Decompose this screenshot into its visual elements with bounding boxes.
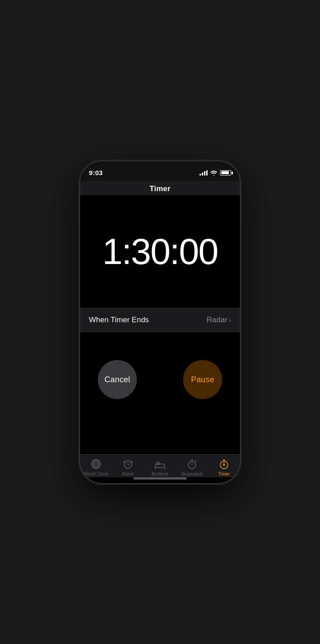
main-content: 1:30:00 When Timer Ends Radar › Cancel P… bbox=[80, 195, 240, 454]
world-clock-label: World Clock bbox=[84, 472, 108, 476]
world-clock-icon bbox=[90, 458, 102, 470]
home-indicator bbox=[80, 477, 240, 483]
bottom-spacer bbox=[80, 428, 240, 454]
tab-alarm[interactable]: Alarm bbox=[115, 458, 141, 476]
tab-stopwatch[interactable]: Stopwatch bbox=[179, 458, 205, 476]
timer-time: 1:30:00 bbox=[102, 233, 218, 270]
battery-icon bbox=[220, 170, 231, 176]
stopwatch-label: Stopwatch bbox=[181, 472, 203, 476]
home-bar bbox=[133, 477, 187, 480]
status-icons bbox=[200, 170, 231, 176]
alarm-label: Alarm bbox=[122, 472, 134, 476]
notch bbox=[129, 161, 191, 174]
phone-frame: 9:03 Timer 1:30:00 When Timer E bbox=[80, 161, 240, 483]
stopwatch-icon bbox=[186, 458, 198, 470]
when-timer-value[interactable]: Radar › bbox=[207, 316, 231, 324]
svg-rect-9 bbox=[156, 462, 160, 464]
bedtime-icon bbox=[154, 458, 166, 470]
timer-display: 1:30:00 bbox=[80, 195, 240, 308]
when-timer-ends-row[interactable]: When Timer Ends Radar › bbox=[80, 308, 240, 332]
cancel-button[interactable]: Cancel bbox=[98, 360, 137, 399]
tab-bar: World Clock Alarm bbox=[80, 454, 240, 477]
buttons-area: Cancel Pause bbox=[80, 332, 240, 428]
tab-world-clock[interactable]: World Clock bbox=[83, 458, 109, 476]
tab-timer[interactable]: Timer bbox=[211, 458, 237, 476]
timer-icon bbox=[218, 458, 230, 470]
tab-bedtime[interactable]: Bedtime bbox=[147, 458, 173, 476]
chevron-right-icon: › bbox=[229, 316, 231, 324]
when-timer-label: When Timer Ends bbox=[89, 316, 149, 324]
timer-label: Timer bbox=[218, 472, 230, 476]
signal-icon bbox=[200, 170, 208, 176]
bedtime-label: Bedtime bbox=[152, 472, 168, 476]
page-title: Timer bbox=[150, 184, 171, 193]
wifi-icon bbox=[210, 170, 217, 176]
when-timer-sound: Radar bbox=[207, 316, 227, 324]
status-time: 9:03 bbox=[89, 169, 103, 176]
nav-bar: Timer bbox=[80, 181, 240, 195]
svg-line-16 bbox=[195, 461, 196, 462]
alarm-icon bbox=[122, 458, 134, 470]
svg-point-21 bbox=[223, 464, 225, 466]
pause-button[interactable]: Pause bbox=[183, 360, 222, 399]
